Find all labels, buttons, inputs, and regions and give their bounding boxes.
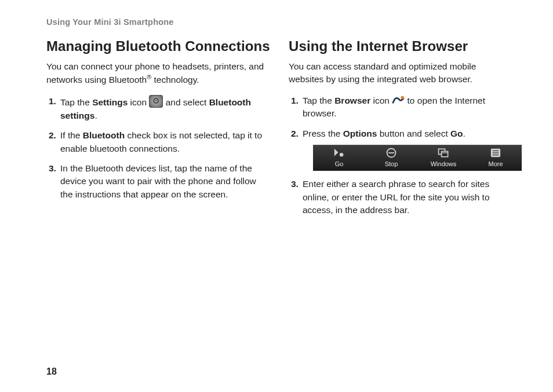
- toolbar-button-windows[interactable]: Windows: [417, 145, 470, 171]
- toolbar-button-stop[interactable]: Stop: [365, 145, 417, 171]
- step-text: .: [463, 129, 465, 138]
- manual-page: Using Your Mini 3i Smartphone Managing B…: [0, 0, 553, 392]
- step-text: icon: [128, 97, 149, 107]
- browser-icon: [392, 94, 405, 106]
- toolbar-button-go[interactable]: Go: [313, 145, 365, 171]
- step-text-bold: Go: [450, 129, 463, 138]
- registered-mark: ®: [147, 74, 151, 80]
- step-number: 1.: [291, 94, 299, 107]
- section-title-bluetooth: Managing Bluetooth Connections: [46, 38, 270, 54]
- stop-icon: [385, 147, 398, 159]
- step-item: 2. If the Bluetooth check box is not sel…: [49, 129, 270, 155]
- step-item: 3. In the Bluetooth devices list, tap th…: [49, 162, 270, 201]
- step-item: 1. Tap the Browser icon to open the Inte…: [291, 94, 512, 120]
- step-text: In the Bluetooth devices list, tap the n…: [60, 163, 256, 199]
- toolbar-label: Windows: [431, 160, 457, 169]
- svg-rect-9: [493, 151, 499, 152]
- step-item: 3. Enter either a search phrase to searc…: [291, 178, 512, 217]
- toolbar-label: Stop: [385, 160, 398, 169]
- toolbar-label: Go: [335, 160, 344, 169]
- toolbar-button-more[interactable]: More: [470, 145, 522, 171]
- svg-rect-10: [493, 152, 499, 153]
- go-icon: [333, 147, 345, 159]
- intro-text-tail: technology.: [151, 75, 199, 85]
- svg-point-0: [401, 96, 404, 99]
- steps-list: 1. Tap the Settings icon and select Blue…: [46, 95, 270, 201]
- step-number: 2.: [291, 127, 299, 140]
- page-number: 18: [46, 367, 57, 377]
- step-text-bold: Options: [343, 129, 377, 138]
- step-text: button and select: [377, 129, 450, 138]
- step-text: Press the: [303, 129, 343, 138]
- svg-rect-11: [493, 155, 499, 156]
- step-number: 3.: [49, 162, 56, 175]
- step-text: icon: [370, 96, 392, 105]
- windows-icon: [437, 147, 450, 159]
- running-head: Using Your Mini 3i Smartphone: [46, 17, 512, 27]
- svg-point-2: [340, 153, 344, 157]
- step-text: Enter either a search phrase to search f…: [303, 179, 490, 215]
- step-item: 1. Tap the Settings icon and select Blue…: [49, 95, 270, 122]
- steps-list: 1. Tap the Browser icon to open the Inte…: [289, 94, 512, 217]
- step-item: 2. Press the Options button and select G…: [291, 127, 512, 171]
- settings-icon: [149, 95, 163, 108]
- step-text: If the: [60, 130, 83, 140]
- intro-paragraph: You can connect your phone to headsets, …: [46, 60, 270, 87]
- content-columns: Managing Bluetooth Connections You can c…: [46, 38, 512, 224]
- step-text: and select: [163, 97, 209, 107]
- step-number: 1.: [49, 95, 56, 108]
- step-text-bold: Bluetooth: [83, 130, 125, 140]
- step-text: Tap the: [60, 97, 92, 107]
- intro-paragraph: You can access standard and optimized mo…: [289, 60, 512, 86]
- section-title-browser: Using the Internet Browser: [289, 38, 512, 54]
- svg-marker-1: [334, 149, 339, 156]
- step-number: 2.: [49, 129, 56, 142]
- step-text-bold: Settings: [92, 97, 128, 107]
- more-icon: [489, 147, 502, 159]
- svg-rect-6: [442, 152, 448, 157]
- toolbar-label: More: [488, 160, 503, 169]
- step-number: 3.: [291, 178, 299, 190]
- step-text-bold: Browser: [334, 96, 370, 105]
- options-toolbar: Go Stop: [313, 145, 522, 171]
- step-text: .: [94, 111, 97, 120]
- column-left: Managing Bluetooth Connections You can c…: [46, 38, 270, 224]
- step-text: Tap the: [303, 96, 334, 105]
- column-right: Using the Internet Browser You can acces…: [289, 38, 512, 224]
